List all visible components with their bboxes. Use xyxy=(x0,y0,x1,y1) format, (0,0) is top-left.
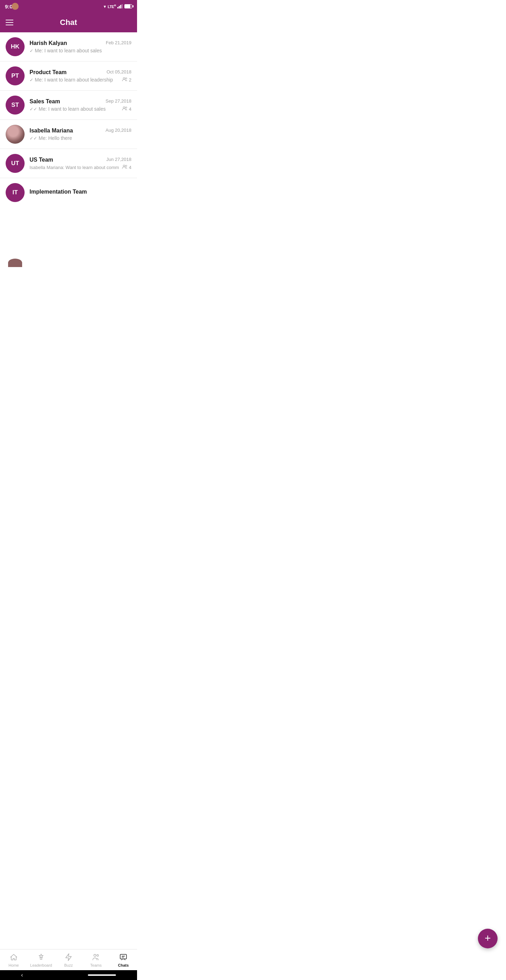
chat-item-sales-team[interactable]: ST Sales Team Sep 27,2018 ✓✓ Me: I want … xyxy=(0,91,137,120)
status-icons: ▾ LTER xyxy=(103,4,132,9)
chat-date: Jun 27,2018 xyxy=(106,157,131,162)
avatar-sales-team: ST xyxy=(6,95,25,115)
chat-preview: Isabella Mariana: Want to learn about co… xyxy=(30,165,119,170)
chat-item-harish-kalyan[interactable]: HK Harish Kalyan Feb 21,2019 ✓ Me: I wan… xyxy=(0,32,137,62)
chat-item-us-team[interactable]: UT US Team Jun 27,2018 Isabella Mariana:… xyxy=(0,149,137,178)
group-icon xyxy=(122,164,127,170)
avatar-product-team: PT xyxy=(6,67,25,85)
lte-icon: LTER xyxy=(108,4,116,9)
chat-item-implementation-team[interactable]: IT Implementation Team xyxy=(0,178,137,207)
svg-point-3 xyxy=(126,107,127,108)
chat-name: Isabella Mariana xyxy=(30,127,73,134)
status-bar: 9:00 ▾ LTER xyxy=(0,0,137,13)
avatar-implementation-team: IT xyxy=(6,183,25,202)
app-header: Chat xyxy=(0,13,137,32)
member-count: 4 xyxy=(122,164,131,170)
chat-name: Harish Kalyan xyxy=(30,40,67,46)
double-check-icon: ✓✓ xyxy=(30,136,37,141)
page-title: Chat xyxy=(13,18,124,27)
wifi-icon: ▾ xyxy=(103,4,106,9)
menu-button[interactable] xyxy=(6,20,13,25)
chat-name: US Team xyxy=(30,157,53,163)
chat-preview: ✓✓ Me: Hello there xyxy=(30,135,131,141)
chat-date: Oct 05,2018 xyxy=(107,69,131,75)
svg-point-1 xyxy=(126,78,127,79)
svg-point-0 xyxy=(123,78,125,80)
chat-list: HK Harish Kalyan Feb 21,2019 ✓ Me: I wan… xyxy=(0,32,137,207)
chat-item-isabella-mariana[interactable]: Isabella Mariana Aug 20,2018 ✓✓ Me: Hell… xyxy=(0,120,137,149)
chat-name: Sales Team xyxy=(30,99,60,105)
avatar-us-team: UT xyxy=(6,154,25,173)
chat-preview: ✓ Me: I want to learn about leadership xyxy=(30,77,119,83)
signal-icon xyxy=(117,4,123,8)
member-count: 2 xyxy=(122,77,131,83)
single-check-icon: ✓ xyxy=(30,48,33,53)
chat-item-product-team[interactable]: PT Product Team Oct 05,2018 ✓ Me: I want… xyxy=(0,62,137,91)
chat-date: Sep 27,2018 xyxy=(105,99,131,103)
single-check-icon: ✓ xyxy=(30,77,33,83)
chat-preview: ✓✓ Me: I want to learn about sales xyxy=(30,106,119,112)
avatar-harish-kalyan: HK xyxy=(6,37,25,56)
svg-point-4 xyxy=(123,165,125,167)
avatar-isabella-mariana xyxy=(6,125,25,144)
chat-name: Product Team xyxy=(30,69,67,76)
chat-date: Aug 20,2018 xyxy=(105,127,131,133)
svg-point-2 xyxy=(123,107,125,108)
group-icon xyxy=(122,77,127,83)
battery-icon xyxy=(124,4,132,8)
chat-preview: ✓ Me: I want to learn about sales xyxy=(30,48,131,53)
member-count: 4 xyxy=(122,106,131,112)
group-icon xyxy=(122,106,127,112)
chat-date: Feb 21,2019 xyxy=(106,40,131,45)
svg-point-5 xyxy=(126,165,127,167)
double-check-icon: ✓✓ xyxy=(30,107,37,112)
chat-name: Implementation Team xyxy=(30,189,87,195)
